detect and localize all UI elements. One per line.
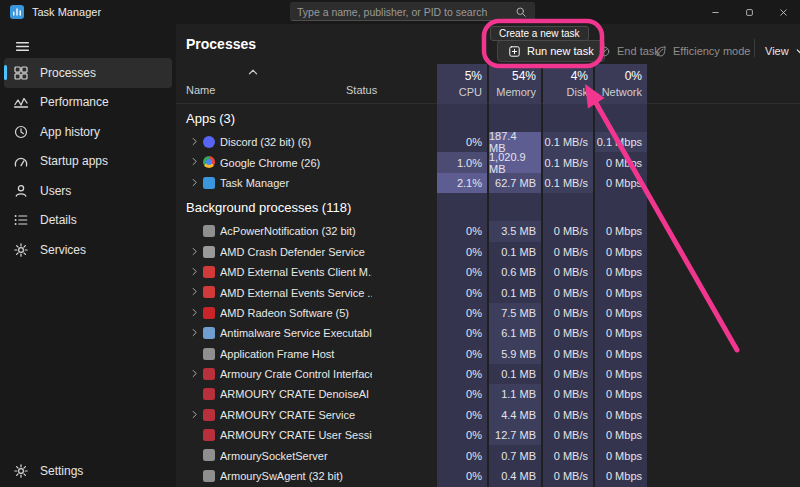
memory-cell: 0.4 MB [489,466,541,486]
sidebar-item-details[interactable]: Details [4,206,172,236]
sidebar-item-performance[interactable]: Performance [4,88,172,118]
process-row[interactable]: ARMOURY CRATE User Sessio...0%12.7 MB0 M… [176,425,800,445]
app-icon [203,470,215,482]
column-cpu[interactable]: 5%CPU [437,64,487,104]
process-row[interactable]: Google Chrome (26)1.0%1,020.9 MB0.1 MB/s… [176,152,800,172]
memory-cell: 7.5 MB [489,303,541,323]
cpu-column-label: CPU [459,86,482,98]
startup-apps-icon [13,153,29,169]
disk-cell: 0.1 MB/s [543,152,593,172]
disk-cell: 0 MB/s [543,262,593,282]
sidebar-item-label: App history [40,125,100,139]
app-icon [203,327,215,339]
app-icon [203,266,215,278]
memory-cell: 12.7 MB [489,425,541,445]
toolbar-divider [754,39,755,57]
group-header: Apps (3) [176,104,800,132]
process-name: AcPowerNotification (32 bit) [220,221,372,241]
close-button[interactable] [766,0,800,24]
search-input[interactable] [291,6,515,18]
process-row[interactable]: Application Frame Host0%5.9 MB0 MB/s0 Mb… [176,344,800,364]
process-row[interactable]: AMD External Events Client M...0%0.6 MB0… [176,262,800,282]
sidebar-item-processes[interactable]: Processes [4,58,172,88]
process-name: AMD Radeon Software (5) [220,303,372,323]
process-row[interactable]: ArmourySocketServer0%0.7 MB0 MB/s0 Mbps [176,445,800,465]
hamburger-menu-icon[interactable] [14,38,32,56]
app-icon [203,307,215,319]
column-disk[interactable]: 4%Disk [543,64,593,104]
discord-icon [203,136,215,148]
toolbar: Processes Run new task End task Efficien… [176,24,800,64]
process-row[interactable]: AMD External Events Service ...0%0.1 MB0… [176,282,800,302]
app-icon [203,286,215,298]
memory-cell: 187.4 MB [489,132,541,152]
disk-cell: 0 MB/s [543,364,593,384]
process-row[interactable]: Discord (32 bit) (6)0%187.4 MB0.1 MB/s0.… [176,132,800,152]
process-row[interactable]: Task Manager2.1%62.7 MB0.1 MB/s0 Mbps [176,173,800,193]
sidebar-item-app-history[interactable]: App history [4,117,172,147]
expand-chevron-icon[interactable] [189,266,200,277]
expand-chevron-icon[interactable] [189,307,200,318]
memory-column-label: Memory [496,86,536,98]
expand-chevron-icon[interactable] [189,156,200,167]
expand-chevron-icon[interactable] [189,136,200,147]
services-icon [13,242,29,258]
process-name: Discord (32 bit) (6) [220,132,372,152]
titlebar: Task Manager [0,0,800,24]
sidebar-item-label: Services [40,243,86,257]
sidebar-item-settings[interactable]: Settings [0,455,176,487]
app-icon [203,388,215,400]
memory-cell: 0.1 MB [489,242,541,262]
network-cell: 0 Mbps [595,344,647,364]
cpu-cell: 0% [437,262,487,282]
disk-cell: 0.1 MB/s [543,132,593,152]
sidebar-item-startup-apps[interactable]: Startup apps [4,147,172,177]
process-row[interactable]: AMD Crash Defender Service0%0.1 MB0 MB/s… [176,242,800,262]
process-row[interactable]: ARMOURY CRATE DenoiseAI0%1.1 MB0 MB/s0 M… [176,384,800,404]
group-header: Background processes (118) [176,193,800,221]
column-name[interactable]: Name [186,84,215,96]
cpu-cell: 0% [437,132,487,152]
memory-cell: 3.5 MB [489,221,541,241]
expand-chevron-icon[interactable] [189,368,200,379]
view-button[interactable]: View [765,43,800,59]
process-row[interactable]: AcPowerNotification (32 bit)0%3.5 MB0 MB… [176,221,800,241]
cpu-cell: 0% [437,323,487,343]
column-network[interactable]: 0%Network [595,64,647,104]
disk-cell: 0 MB/s [543,221,593,241]
maximize-button[interactable] [732,0,766,24]
gear-icon [13,463,29,479]
network-cell: 0 Mbps [595,425,647,445]
details-icon [13,212,29,228]
column-memory[interactable]: 54%Memory [489,64,541,104]
sidebar-item-users[interactable]: Users [4,176,172,206]
run-new-task-label: Run new task [527,45,594,57]
cpu-cell: 0% [437,466,487,486]
process-row[interactable]: ArmourySwAgent (32 bit)0%0.4 MB0 MB/s0 M… [176,466,800,486]
expand-chevron-icon[interactable] [189,327,200,338]
memory-usage-percent: 54% [512,69,536,83]
expand-chevron-icon[interactable] [189,286,200,297]
expand-chevron-icon[interactable] [189,409,200,420]
performance-icon [13,94,29,110]
run-new-task-button[interactable]: Run new task [497,40,605,62]
scroll-up-icon[interactable] [246,65,262,81]
disk-cell: 0 MB/s [543,282,593,302]
sidebar-item-services[interactable]: Services [4,235,172,265]
cpu-cell: 0% [437,425,487,445]
chrome-center-dot [206,159,212,165]
process-row[interactable]: Antimalware Service Executable0%6.1 MB0 … [176,323,800,343]
efficiency-mode-button[interactable]: Efficiency mode [654,43,750,59]
settings-label: Settings [40,464,83,478]
column-status[interactable]: Status [346,84,377,96]
process-row[interactable]: ARMOURY CRATE Service0%4.4 MB0 MB/s0 Mbp… [176,405,800,425]
minimize-button[interactable] [698,0,732,24]
search-box[interactable] [290,2,535,21]
expand-chevron-icon[interactable] [189,246,200,257]
expand-chevron-icon[interactable] [189,177,200,188]
search-icon [515,6,527,18]
process-row[interactable]: AMD Radeon Software (5)0%7.5 MB0 MB/s0 M… [176,303,800,323]
chevron-down-icon [794,45,800,58]
process-row[interactable]: Armoury Crate Control Interface0%0.1 MB0… [176,364,800,384]
end-task-button[interactable]: End task [598,43,660,59]
